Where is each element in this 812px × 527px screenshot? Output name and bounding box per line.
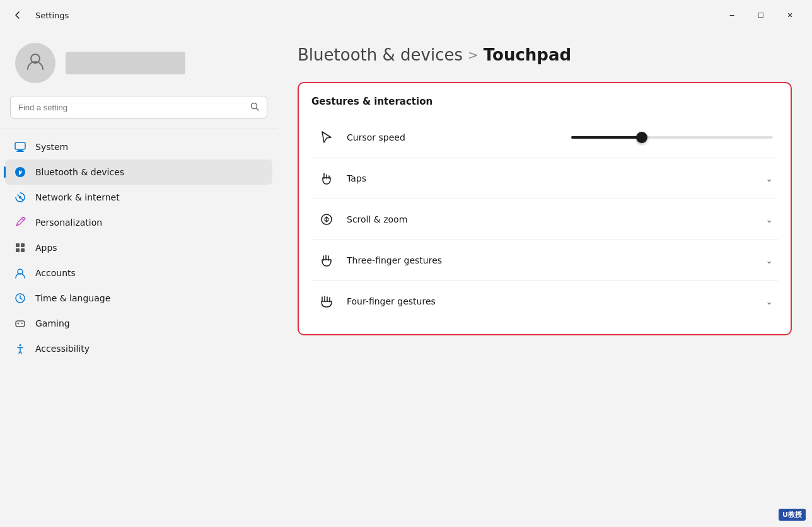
user-profile <box>0 30 277 96</box>
svg-rect-4 <box>16 151 24 152</box>
apps-icon <box>14 241 26 254</box>
four-finger-icon <box>316 291 337 311</box>
sidebar-item-accounts[interactable]: Accounts <box>5 260 272 286</box>
accessibility-icon <box>14 342 26 355</box>
svg-rect-8 <box>21 243 25 247</box>
taps-icon <box>316 168 337 188</box>
sidebar-item-personalization[interactable]: Personalization <box>5 210 272 235</box>
window-controls: ─ ☐ ✕ <box>717 5 804 25</box>
breadcrumb-parent: Bluetooth & devices <box>298 45 463 64</box>
cursor-speed-label: Cursor speed <box>347 132 561 142</box>
three-finger-label: Three-finger gestures <box>347 255 755 265</box>
titlebar-left: Settings <box>8 5 69 25</box>
cursor-speed-icon <box>316 127 337 148</box>
three-finger-icon <box>316 250 337 270</box>
three-finger-control: ⌄ <box>765 255 773 265</box>
sidebar-item-apps[interactable]: Apps <box>5 235 272 260</box>
network-icon <box>14 191 26 204</box>
user-icon <box>25 51 45 76</box>
search-input[interactable] <box>18 103 245 112</box>
search-icon <box>250 102 259 113</box>
sidebar-item-personalization-label: Personalization <box>35 217 102 228</box>
titlebar: Settings ─ ☐ ✕ <box>0 0 812 30</box>
personalization-icon <box>14 216 26 229</box>
breadcrumb-separator: > <box>468 47 478 62</box>
system-icon <box>14 141 26 153</box>
svg-rect-7 <box>16 243 20 247</box>
sidebar-item-accessibility-label: Accessibility <box>35 344 90 354</box>
svg-rect-3 <box>18 150 23 151</box>
taps-row[interactable]: Taps ⌄ <box>311 158 778 199</box>
avatar <box>15 43 55 83</box>
scroll-zoom-chevron[interactable]: ⌄ <box>765 214 773 224</box>
cursor-speed-control <box>571 136 773 139</box>
four-finger-row[interactable]: Four-finger gestures ⌄ <box>311 281 778 321</box>
bluetooth-icon <box>14 166 26 178</box>
settings-card: Gestures & interaction Cursor speed <box>298 82 792 335</box>
main-layout: System Bluetooth & devices <box>0 30 812 527</box>
scroll-zoom-row[interactable]: Scroll & zoom ⌄ <box>311 199 778 240</box>
svg-point-15 <box>21 323 22 323</box>
nav-list: System Bluetooth & devices <box>0 132 277 527</box>
user-name-bar <box>66 52 185 74</box>
scroll-zoom-label: Scroll & zoom <box>347 214 755 224</box>
scroll-zoom-control: ⌄ <box>765 214 773 224</box>
cursor-speed-row: Cursor speed <box>311 117 778 158</box>
content-area: Bluetooth & devices > Touchpad Gestures … <box>277 30 812 527</box>
scroll-zoom-icon <box>316 209 337 229</box>
sidebar-divider <box>0 129 277 129</box>
svg-rect-2 <box>15 142 25 149</box>
gaming-icon <box>14 317 26 330</box>
maximize-button[interactable]: ☐ <box>746 5 775 25</box>
four-finger-control: ⌄ <box>765 296 773 306</box>
cursor-speed-slider[interactable] <box>571 136 773 139</box>
svg-point-6 <box>19 196 21 199</box>
svg-rect-13 <box>16 321 25 327</box>
breadcrumb: Bluetooth & devices > Touchpad <box>298 45 792 64</box>
sidebar-item-gaming-label: Gaming <box>35 318 70 328</box>
sidebar-item-accounts-label: Accounts <box>35 268 76 278</box>
taps-label: Taps <box>347 173 755 183</box>
three-finger-row[interactable]: Three-finger gestures ⌄ <box>311 240 778 281</box>
taps-chevron[interactable]: ⌄ <box>765 173 773 183</box>
four-finger-chevron[interactable]: ⌄ <box>765 296 773 306</box>
taps-control: ⌄ <box>765 173 773 183</box>
minimize-button[interactable]: ─ <box>717 5 746 25</box>
breadcrumb-current: Touchpad <box>484 45 571 64</box>
sidebar-item-apps-label: Apps <box>35 243 57 253</box>
slider-track[interactable] <box>571 136 773 139</box>
sidebar-item-network-label: Network & internet <box>35 192 120 202</box>
slider-fill <box>571 136 642 139</box>
sidebar-item-time-label: Time & language <box>35 293 110 303</box>
app-title: Settings <box>35 11 69 20</box>
sidebar-item-bluetooth-label: Bluetooth & devices <box>35 167 124 177</box>
search-box[interactable] <box>10 96 267 119</box>
close-button[interactable]: ✕ <box>775 5 804 25</box>
back-button[interactable] <box>8 5 28 25</box>
sidebar-item-system-label: System <box>35 142 68 152</box>
sidebar: System Bluetooth & devices <box>0 30 277 527</box>
time-icon <box>14 292 26 304</box>
sidebar-item-network[interactable]: Network & internet <box>5 185 272 210</box>
watermark: U教授 <box>779 509 806 521</box>
three-finger-chevron[interactable]: ⌄ <box>765 255 773 265</box>
svg-rect-9 <box>16 248 20 252</box>
sidebar-item-accessibility[interactable]: Accessibility <box>5 336 272 361</box>
accounts-icon <box>14 267 26 279</box>
sidebar-item-bluetooth[interactable]: Bluetooth & devices <box>5 159 272 185</box>
svg-point-16 <box>20 344 21 346</box>
sidebar-item-gaming[interactable]: Gaming <box>5 311 272 336</box>
sidebar-item-time[interactable]: Time & language <box>5 286 272 311</box>
slider-thumb[interactable] <box>636 132 647 143</box>
section-title: Gestures & interaction <box>311 96 778 107</box>
svg-rect-10 <box>21 248 25 252</box>
search-container <box>0 96 277 126</box>
four-finger-label: Four-finger gestures <box>347 296 755 306</box>
sidebar-item-system[interactable]: System <box>5 134 272 159</box>
